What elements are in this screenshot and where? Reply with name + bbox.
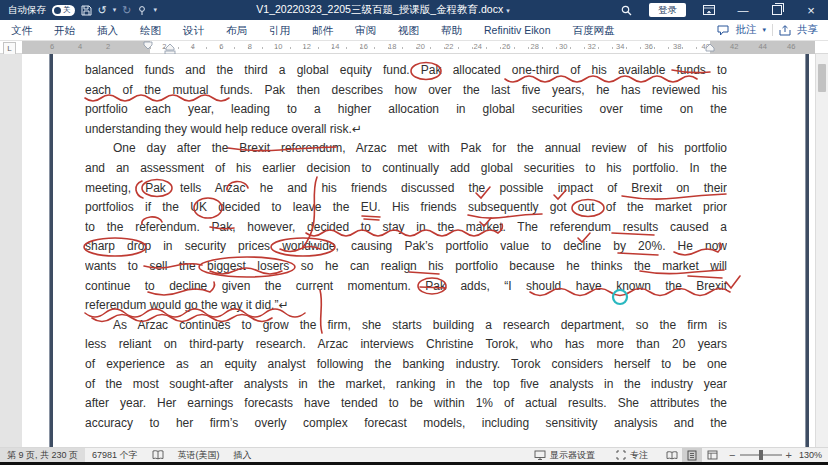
page-number-indicator[interactable]: 第 9 页, 共 230 页 <box>0 448 85 462</box>
ribbon-tab[interactable]: 帮助 <box>430 20 473 40</box>
document-page[interactable]: balanced funds and the third a global eq… <box>22 54 815 447</box>
ribbon-tab[interactable]: 百度网盘 <box>562 20 626 40</box>
ribbon-tab-strip: 文件开始插入绘图设计布局引用邮件审阅视图帮助Refinitiv Eikon百度网… <box>0 20 828 40</box>
read-mode-button[interactable] <box>662 448 682 462</box>
document-text-line: of the most sought-after analysts in the… <box>85 375 727 395</box>
document-text-line: to the referendum. Pak, however, decided… <box>85 218 727 238</box>
zoom-out-button[interactable]: − <box>729 449 735 461</box>
document-text-line: referendum would go the way it did.”↵ <box>85 296 727 316</box>
document-text-line: balanced funds and the third a global eq… <box>85 61 727 81</box>
ribbon-tab[interactable]: Refinitiv Eikon <box>473 20 562 40</box>
proofing-status-icon[interactable] <box>145 448 171 462</box>
title-bar-controls: 登录 — × <box>609 0 828 20</box>
document-text-line: portfolios if the UK decided to leave th… <box>85 198 727 218</box>
status-bar: 第 9 页, 共 230 页 67981 个字 英语(美国) 插入 显示器设置 … <box>0 447 828 462</box>
divider <box>772 24 773 36</box>
document-area: balanced funds and the third a global eq… <box>0 54 828 447</box>
ribbon-tab[interactable]: 开始 <box>43 20 86 40</box>
document-text-line: meeting, Pak tells Arzac he and his frie… <box>85 179 727 199</box>
zoom-control: − + <box>729 449 792 461</box>
ribbon-tab[interactable]: 审阅 <box>344 20 387 40</box>
undo-icon[interactable]: ↺ <box>98 5 107 16</box>
document-text-line: accuracy to her firm’s overly complex fo… <box>85 414 727 434</box>
redo-icon: ↻ <box>122 5 131 16</box>
print-layout-button[interactable] <box>682 448 702 462</box>
comments-caret[interactable]: ▾ <box>762 26 766 34</box>
document-title: V1_20220323_2205三级百题_授课版_金程教育.docx ▾ <box>157 3 609 17</box>
close-button[interactable]: × <box>794 0 828 20</box>
document-text-line: understanding they would help reduce ove… <box>85 120 727 140</box>
share-icon <box>779 25 791 36</box>
zoom-slider-thumb[interactable] <box>759 450 763 460</box>
status-bar-right: 显示器设置 专注 − + 130 <box>527 448 828 462</box>
ruler-left-numbers: 642 <box>38 42 122 51</box>
quick-access-toolbar: 自动保存 关 ↺ ▾ ↻ ▾ <box>0 4 157 17</box>
share-button[interactable]: 共享 <box>797 23 818 37</box>
autosave-label: 自动保存 <box>8 4 46 17</box>
web-layout-button[interactable] <box>702 448 722 462</box>
minimize-button[interactable]: — <box>726 0 760 20</box>
touch-mode-icon[interactable] <box>137 5 147 16</box>
ribbon-tab[interactable]: 布局 <box>215 20 258 40</box>
comments-icon <box>717 25 729 36</box>
autosave-toggle-knob <box>54 7 61 14</box>
document-text-line: each of the mutual funds. Pak then descr… <box>85 81 727 101</box>
ribbon-tab[interactable]: 邮件 <box>301 20 344 40</box>
view-mode-buttons <box>662 448 722 462</box>
language-indicator[interactable]: 英语(美国) <box>171 448 227 462</box>
zoom-in-button[interactable]: + <box>786 449 792 461</box>
document-text-line: As Arzac continues to grow the firm, she… <box>85 316 727 336</box>
ruler-right-numbers: 2468101214161820222426283032343638404244… <box>150 42 806 51</box>
title-dropdown-caret[interactable]: ▾ <box>506 7 510 14</box>
ribbon-tab[interactable]: 文件 <box>0 20 43 40</box>
ribbon-tab[interactable]: 绘图 <box>129 20 172 40</box>
undo-dropdown-caret[interactable]: ▾ <box>113 6 117 14</box>
ribbon-tab[interactable]: 插入 <box>86 20 129 40</box>
ribbon-display-options-icon[interactable] <box>692 0 726 20</box>
zoom-slider[interactable] <box>740 454 782 456</box>
focus-mode-button[interactable]: 专注 <box>609 448 655 462</box>
document-text-line: and an assessment of his earlier decisio… <box>85 159 727 179</box>
title-bar: 自动保存 关 ↺ ▾ ↻ ▾ V1_20220323_2205三级百题_授课版_… <box>0 0 828 20</box>
insert-mode-indicator[interactable]: 插入 <box>227 448 259 462</box>
ribbon-right-actions: 批注 ▾ 共享 <box>717 23 828 37</box>
comments-button[interactable]: 批注 <box>735 23 756 37</box>
word-application-window: 自动保存 关 ↺ ▾ ↻ ▾ V1_20220323_2205三级百题_授课版_… <box>0 0 828 465</box>
ribbon-tab[interactable]: 引用 <box>258 20 301 40</box>
document-text-line: sharp drop in security prices worldwide,… <box>85 237 727 257</box>
document-text-line: One day after the Brexit referendum, Arz… <box>85 139 727 159</box>
search-icon[interactable] <box>609 0 643 20</box>
document-text-line: portfolio each year, leading to a higher… <box>85 100 727 120</box>
restore-button[interactable] <box>760 0 794 20</box>
vertical-scrollbar[interactable] <box>815 54 828 447</box>
document-text-line: continue to decline given the current mo… <box>85 277 727 297</box>
display-settings-button[interactable]: 显示器设置 <box>527 448 602 462</box>
document-text-line: of experience as an equity analyst follo… <box>85 355 727 375</box>
ribbon-tab[interactable]: 视图 <box>387 20 430 40</box>
autosave-toggle[interactable]: 关 <box>52 5 75 16</box>
signin-button[interactable]: 登录 <box>649 3 686 17</box>
horizontal-ruler[interactable]: L 642 2468101214161820222426283032343638… <box>0 40 828 54</box>
save-icon[interactable] <box>81 5 92 16</box>
document-text-line: less reliant on third-party research. Ar… <box>85 335 727 355</box>
page-border-line-right <box>805 54 809 447</box>
status-bar-left: 第 9 页, 共 230 页 67981 个字 英语(美国) 插入 <box>0 448 259 462</box>
restore-icon <box>772 5 782 15</box>
page-border-line-left <box>49 54 53 447</box>
ribbon-tab[interactable]: 设计 <box>172 20 215 40</box>
ribbon-tabs: 文件开始插入绘图设计布局引用邮件审阅视图帮助Refinitiv Eikon百度网… <box>0 20 626 40</box>
word-count-indicator[interactable]: 67981 个字 <box>85 448 145 462</box>
autosave-state: 关 <box>63 5 71 15</box>
vertical-scrollbar-thumb[interactable] <box>818 64 826 92</box>
document-text-line: after year. Her earnings forecasts have … <box>85 394 727 414</box>
document-text: balanced funds and the third a global eq… <box>85 61 727 433</box>
zoom-level[interactable]: 130% <box>799 450 822 460</box>
document-text-line: wants to sell the biggest losers so he c… <box>85 257 727 277</box>
